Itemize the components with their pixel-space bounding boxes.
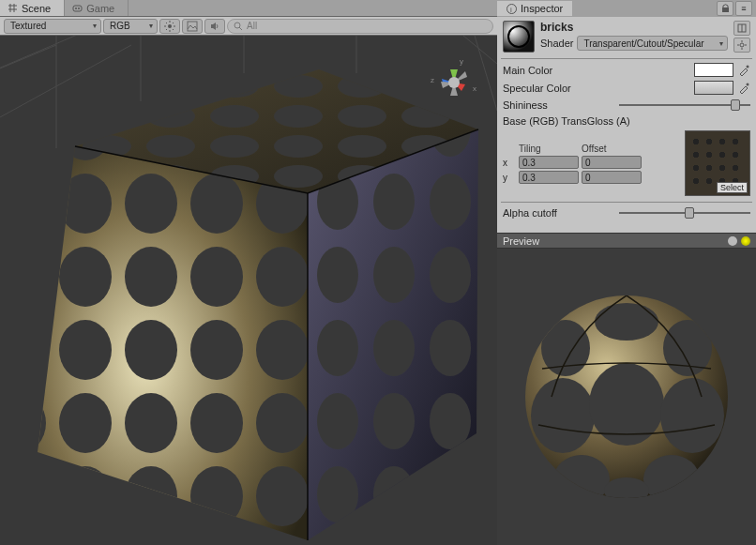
- tab-scene[interactable]: Scene: [0, 0, 65, 16]
- prop-specular-color: Specular Color: [497, 79, 756, 97]
- shininess-slider[interactable]: [619, 98, 750, 112]
- tab-game-label: Game: [86, 3, 114, 14]
- svg-point-65: [531, 378, 595, 453]
- svg-point-5: [75, 8, 77, 9]
- inspector-tabs: i Inspector ≡: [497, 0, 756, 17]
- specular-color-field[interactable]: [694, 81, 733, 95]
- preview-viewport[interactable]: [497, 249, 756, 545]
- game-icon: [72, 3, 83, 13]
- svg-marker-34: [38, 146, 308, 540]
- skybox-toggle[interactable]: [182, 19, 203, 34]
- preview-shape-toggle[interactable]: [728, 236, 737, 246]
- menu-icon: ≡: [741, 4, 746, 13]
- svg-line-15: [166, 29, 167, 30]
- svg-line-13: [173, 29, 174, 30]
- offset-x-field[interactable]: 0: [582, 156, 642, 169]
- prop-base-texture-label: Base (RGB) TransGloss (A): [497, 114, 756, 129]
- audio-toggle[interactable]: [204, 19, 225, 34]
- svg-marker-36: [308, 129, 478, 540]
- scene-icon: [8, 3, 18, 13]
- book-icon: [737, 23, 747, 33]
- preview-sphere: [514, 275, 739, 519]
- material-name: bricks: [540, 21, 728, 34]
- svg-point-59: [747, 83, 749, 85]
- tiling-x-field[interactable]: 0.3: [519, 156, 579, 169]
- orientation-gizmo[interactable]: y x z: [428, 56, 480, 109]
- lighting-toggle[interactable]: [159, 19, 180, 34]
- material-thumbnail: [503, 21, 535, 53]
- eyedropper-icon[interactable]: [737, 64, 750, 77]
- svg-point-53: [740, 43, 744, 47]
- prop-main-color: Main Color: [497, 61, 756, 79]
- eyedropper-icon[interactable]: [737, 82, 750, 95]
- preview-light-toggle[interactable]: [741, 236, 750, 246]
- scene-viewport[interactable]: y x z: [0, 36, 497, 545]
- svg-point-47: [448, 77, 460, 88]
- svg-text:z: z: [431, 76, 434, 84]
- svg-line-12: [166, 23, 167, 23]
- svg-point-68: [553, 455, 610, 504]
- material-header: bricks Shader Transparent/Cutout/Specula…: [497, 17, 756, 56]
- render-mode-dropdown[interactable]: Textured: [4, 19, 101, 34]
- alpha-cutoff-slider[interactable]: [619, 206, 750, 220]
- info-icon: i: [507, 4, 517, 14]
- svg-rect-50: [722, 8, 729, 12]
- shader-dropdown[interactable]: Transparent/Cutout/Specular: [577, 36, 728, 51]
- svg-point-70: [604, 477, 649, 504]
- svg-rect-4: [73, 6, 82, 11]
- svg-point-7: [168, 24, 172, 28]
- texture-section: Tiling Offset x 0.3 0 y 0.3 0 Select: [497, 129, 756, 200]
- svg-point-67: [660, 378, 724, 453]
- svg-text:x: x: [473, 84, 476, 93]
- scene-search[interactable]: All: [227, 19, 493, 34]
- lock-button[interactable]: [717, 1, 733, 16]
- texture-slot[interactable]: Select: [685, 130, 750, 196]
- svg-point-69: [643, 455, 700, 504]
- divider: [501, 202, 752, 203]
- offset-y-field[interactable]: 0: [582, 171, 642, 184]
- svg-point-62: [595, 303, 658, 341]
- settings-button[interactable]: [733, 38, 750, 53]
- tiling-y-field[interactable]: 0.3: [519, 171, 579, 184]
- svg-text:i: i: [510, 6, 512, 14]
- speaker-icon: [209, 21, 220, 32]
- landscape-icon: [187, 21, 198, 32]
- tab-scene-label: Scene: [22, 3, 51, 14]
- divider: [501, 58, 752, 59]
- shader-label: Shader: [540, 38, 573, 49]
- tab-game[interactable]: Game: [65, 0, 129, 16]
- svg-text:y: y: [460, 57, 463, 66]
- svg-point-58: [747, 65, 749, 68]
- scene-cube-mesh: [0, 36, 497, 545]
- prop-shininess: Shininess: [497, 97, 756, 114]
- scene-tabs: Scene Game: [0, 0, 497, 17]
- context-menu-button[interactable]: ≡: [735, 1, 752, 16]
- gear-icon: [737, 40, 747, 50]
- svg-line-18: [239, 27, 242, 30]
- svg-line-14: [173, 23, 174, 23]
- color-mode-dropdown[interactable]: RGB: [103, 19, 158, 34]
- texture-select-button[interactable]: Select: [717, 182, 748, 193]
- help-button[interactable]: [733, 21, 750, 36]
- prop-alpha-cutoff: Alpha cutoff: [497, 204, 756, 221]
- svg-point-6: [78, 8, 80, 9]
- search-icon: [234, 22, 243, 31]
- main-color-field[interactable]: [694, 63, 733, 77]
- preview-header: Preview: [497, 233, 756, 249]
- scene-toolbar: Textured RGB All: [0, 17, 497, 36]
- sun-icon: [164, 21, 175, 32]
- lock-icon: [721, 4, 730, 13]
- tab-inspector[interactable]: i Inspector: [497, 1, 572, 16]
